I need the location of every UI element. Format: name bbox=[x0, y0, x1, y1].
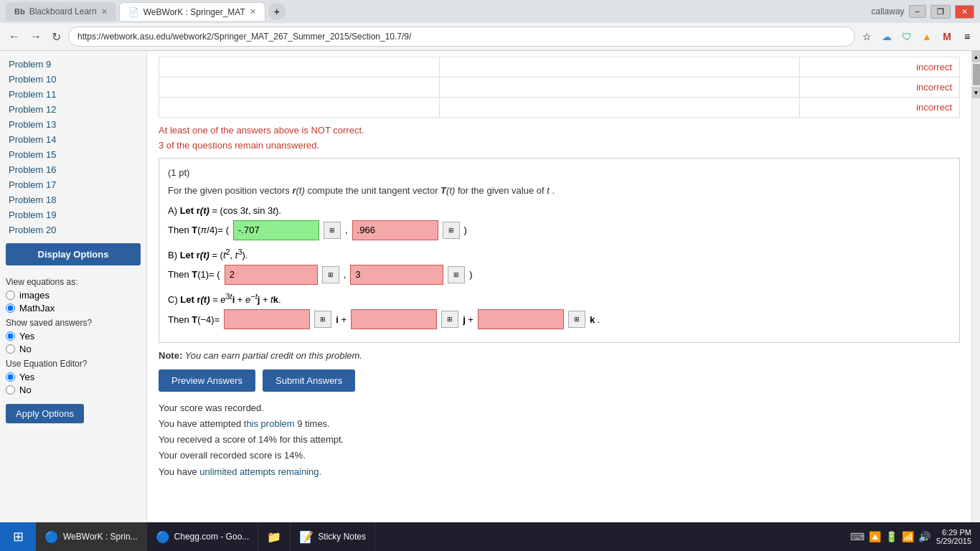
shield-icon[interactable]: 🛡 bbox=[900, 29, 914, 44]
taskbar-item-files[interactable]: 📁 bbox=[258, 522, 291, 551]
show-saved-radio-yes[interactable] bbox=[6, 331, 15, 341]
note-label: Note: bbox=[159, 350, 182, 361]
table-row: incorrect bbox=[159, 98, 960, 118]
show-saved-no[interactable]: No bbox=[6, 344, 141, 354]
display-options-btn[interactable]: Display Options bbox=[6, 243, 141, 265]
part-c-input-2[interactable] bbox=[351, 309, 437, 329]
score-link-attempts[interactable]: this problem bbox=[244, 418, 295, 429]
problem-list: Problem 9Problem 10Problem 11Problem 12P… bbox=[0, 57, 146, 237]
part-a-grid-2[interactable]: ⊞ bbox=[443, 222, 460, 239]
windows-icon: ⊞ bbox=[13, 529, 24, 545]
sidebar-link-problem-11[interactable]: Problem 11 bbox=[0, 87, 146, 102]
reload-btn[interactable]: ↻ bbox=[49, 30, 64, 44]
scroll-up-btn[interactable]: ▲ bbox=[972, 51, 981, 62]
cloud-icon[interactable]: ☁ bbox=[880, 29, 894, 44]
use-eq-yes-label: Yes bbox=[19, 372, 34, 382]
tab-blackboard[interactable]: Bb Blackboard Learn ✕ bbox=[6, 2, 116, 21]
part-c-grid-3[interactable]: ⊞ bbox=[568, 311, 585, 328]
taskbar-chegg-label: Chegg.com - Goo... bbox=[174, 532, 250, 542]
part-b-label: B) Let r(t) = (t2, t3). bbox=[168, 248, 248, 260]
taskbar-item-chegg[interactable]: 🔵 Chegg.com - Goo... bbox=[147, 522, 259, 551]
view-option-images-label: images bbox=[19, 290, 50, 301]
table-cell-status: incorrect bbox=[799, 57, 959, 77]
taskbar-item-webwork[interactable]: 🔵 WeBWorK : Sprin... bbox=[36, 522, 147, 551]
part-b-grid-2[interactable]: ⊞ bbox=[448, 266, 465, 283]
scroll-down-btn[interactable]: ▼ bbox=[972, 87, 981, 98]
use-eq-radio-no[interactable] bbox=[6, 385, 15, 395]
score-line-5: You have unlimited attempts remaining. bbox=[159, 464, 960, 480]
minimize-btn[interactable]: − bbox=[909, 5, 926, 18]
sidebar-link-problem-14[interactable]: Problem 14 bbox=[0, 132, 146, 147]
submit-answers-btn[interactable]: Submit Answers bbox=[263, 369, 355, 392]
address-input[interactable] bbox=[68, 27, 855, 47]
show-saved-radio-no[interactable] bbox=[6, 344, 15, 354]
taskbar-item-sticky[interactable]: 📝 Sticky Notes bbox=[291, 522, 375, 551]
part-a-line1: A) Let r(t) = (cos 3t, sin 3t). bbox=[168, 205, 951, 216]
view-option-images[interactable]: images bbox=[6, 290, 141, 301]
sidebar-link-problem-18[interactable]: Problem 18 bbox=[0, 192, 146, 207]
gmail-icon[interactable]: M bbox=[940, 29, 954, 44]
sidebar-link-problem-12[interactable]: Problem 12 bbox=[0, 102, 146, 117]
battery-icon[interactable]: 🔋 bbox=[885, 531, 897, 542]
taskbar-right: ⌨ 🔼 🔋 📶 🔊 6:29 PM 5/29/2015 bbox=[842, 528, 980, 545]
score-attempts-link[interactable]: attempts remaining bbox=[240, 466, 319, 477]
use-eq-yes[interactable]: Yes bbox=[6, 372, 141, 382]
status-msg-2: 3 of the questions remain unanswered. bbox=[159, 140, 960, 151]
part-a-grid-1[interactable]: ⊞ bbox=[324, 222, 341, 239]
view-radio-mathjax[interactable] bbox=[6, 303, 15, 313]
part-b-input-2[interactable] bbox=[350, 265, 443, 285]
sidebar-link-problem-17[interactable]: Problem 17 bbox=[0, 177, 146, 192]
sidebar-link-problem-16[interactable]: Problem 16 bbox=[0, 162, 146, 177]
tab-close-webwork[interactable]: ✕ bbox=[250, 7, 256, 17]
keyboard-icon[interactable]: ⌨ bbox=[850, 531, 864, 542]
menu-icon[interactable]: ≡ bbox=[960, 29, 974, 44]
sidebar-link-problem-13[interactable]: Problem 13 bbox=[0, 117, 146, 132]
volume-icon[interactable]: 🔊 bbox=[918, 531, 930, 542]
restore-btn[interactable]: ❐ bbox=[930, 5, 951, 19]
sidebar: Problem 9Problem 10Problem 11Problem 12P… bbox=[0, 51, 147, 523]
tab-webwork[interactable]: 📄 WeBWorK : Springer_MAT ✕ bbox=[119, 2, 265, 21]
signal-icon[interactable]: 📶 bbox=[902, 531, 914, 542]
close-btn[interactable]: ✕ bbox=[955, 5, 974, 19]
part-c-input-1[interactable] bbox=[224, 309, 310, 329]
use-eq-radio-yes[interactable] bbox=[6, 372, 15, 382]
back-btn[interactable]: ← bbox=[6, 30, 23, 43]
sidebar-link-problem-19[interactable]: Problem 19 bbox=[0, 207, 146, 222]
part-c-grid-2[interactable]: ⊞ bbox=[441, 311, 458, 328]
drive-icon[interactable]: ▲ bbox=[920, 29, 934, 44]
view-options-group: images MathJax bbox=[6, 290, 141, 314]
part-c-grid-1[interactable]: ⊞ bbox=[314, 311, 331, 328]
sidebar-link-problem-20[interactable]: Problem 20 bbox=[0, 222, 146, 237]
tab-close-blackboard[interactable]: ✕ bbox=[101, 7, 108, 17]
network-icon[interactable]: 🔼 bbox=[869, 531, 881, 542]
sidebar-link-problem-9[interactable]: Problem 9 bbox=[0, 57, 146, 72]
address-bar-row: ← → ↻ ☆ ☁ 🛡 ▲ M ≡ bbox=[0, 23, 980, 50]
part-b-input-1[interactable] bbox=[225, 265, 318, 285]
toolbar-icons: ☆ ☁ 🛡 ▲ M ≡ bbox=[859, 29, 974, 44]
part-c-then: Then T(−4)= bbox=[168, 314, 220, 325]
star-icon[interactable]: ☆ bbox=[859, 29, 874, 44]
show-saved-group: Yes No bbox=[6, 331, 141, 354]
part-b-grid-1[interactable]: ⊞ bbox=[322, 266, 339, 283]
view-option-mathjax[interactable]: MathJax bbox=[6, 303, 141, 314]
view-radio-images[interactable] bbox=[6, 291, 15, 300]
scroll-thumb[interactable] bbox=[973, 64, 980, 85]
note-content: You can earn partial credit on this prob… bbox=[185, 350, 362, 361]
sidebar-link-problem-10[interactable]: Problem 10 bbox=[0, 72, 146, 87]
part-a-input-2[interactable] bbox=[352, 220, 438, 240]
sidebar-link-problem-15[interactable]: Problem 15 bbox=[0, 147, 146, 162]
tab-label-webwork: WeBWorK : Springer_MAT bbox=[143, 7, 245, 17]
part-c-input-3[interactable] bbox=[478, 309, 564, 329]
show-saved-yes[interactable]: Yes bbox=[6, 331, 141, 342]
taskbar-sticky-label: Sticky Notes bbox=[318, 532, 366, 542]
part-a-input-1[interactable] bbox=[233, 220, 319, 240]
forward-btn[interactable]: → bbox=[27, 30, 44, 43]
use-eq-no[interactable]: No bbox=[6, 385, 141, 395]
view-option-mathjax-label: MathJax bbox=[19, 303, 55, 314]
tab-doc-icon: 📄 bbox=[128, 7, 139, 17]
preview-answers-btn[interactable]: Preview Answers bbox=[159, 369, 255, 392]
apply-options-btn[interactable]: Apply Options bbox=[6, 404, 84, 423]
new-tab-btn[interactable]: + bbox=[268, 3, 286, 20]
start-btn[interactable]: ⊞ bbox=[0, 522, 36, 551]
show-saved-yes-label: Yes bbox=[19, 331, 34, 342]
